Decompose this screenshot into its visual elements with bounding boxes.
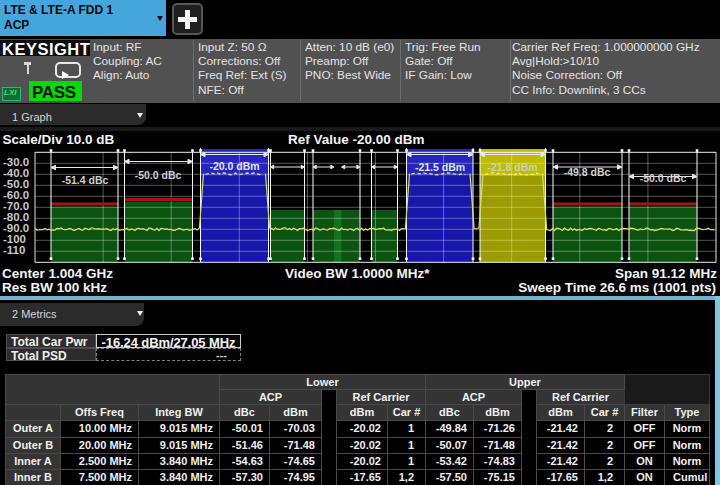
svg-text:-21.5 dBm: -21.5 dBm xyxy=(415,161,465,173)
svg-text:-50.0 dBc: -50.0 dBc xyxy=(640,172,687,184)
svg-text:-20.0 dBm: -20.0 dBm xyxy=(209,160,259,172)
svg-text:-21.8 dBm: -21.8 dBm xyxy=(487,161,537,173)
svg-text:-51.4 dBc: -51.4 dBc xyxy=(62,174,109,186)
svg-text:-49.8 dBc: -49.8 dBc xyxy=(564,166,611,178)
svg-text:-110: -110 xyxy=(3,244,25,256)
svg-text:-50.0 dBc: -50.0 dBc xyxy=(135,169,182,181)
